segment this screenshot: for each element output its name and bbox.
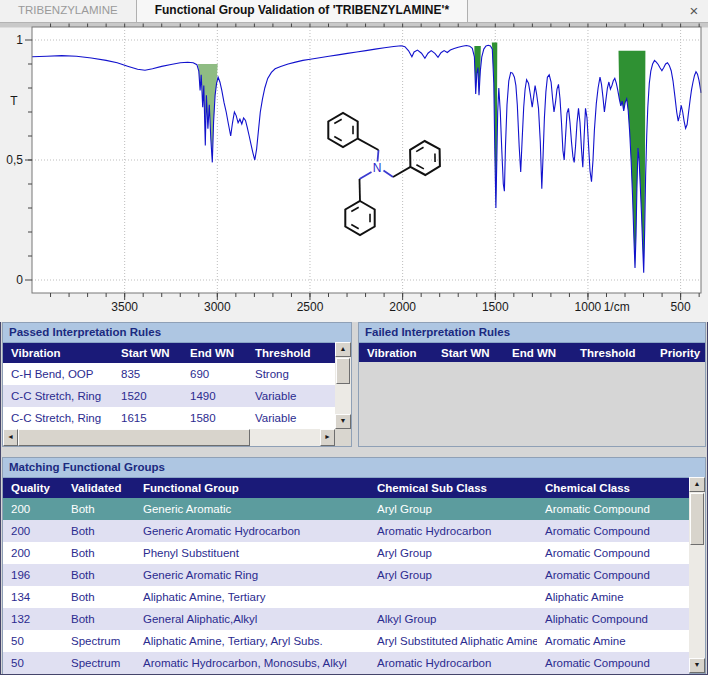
x-tick-label: 500: [671, 300, 691, 314]
table-cell: Both: [63, 564, 135, 586]
table-cell: 134: [3, 586, 63, 608]
table-row[interactable]: 132BothGeneral Aliphatic,AlkylAlkyl Grou…: [3, 608, 689, 630]
column-header[interactable]: Chemical Sub Class: [369, 478, 537, 498]
table-cell: 690: [182, 363, 247, 385]
table-cell: 1580: [182, 407, 247, 429]
passed-hscrollbar[interactable]: ◄ ►: [3, 429, 335, 446]
table-cell: Aromatic Amine: [537, 630, 689, 652]
table-cell: Aromatic Compound: [537, 520, 689, 542]
table-row[interactable]: 50SpectrumAromatic Hydrocarbon, Monosubs…: [3, 652, 689, 674]
plot-area: [32, 27, 701, 293]
x-tick-label: 2000: [389, 300, 416, 314]
table-cell: 132: [3, 608, 63, 630]
scroll-up-icon[interactable]: ▲: [689, 477, 705, 492]
scroll-thumb[interactable]: [690, 493, 704, 545]
table-cell: Aryl Substituted Aliphatic Amine: [369, 630, 537, 652]
x-tick-label: 3000: [204, 300, 231, 314]
table-cell: Phenyl Substituent: [135, 542, 369, 564]
table-cell: Variable: [247, 385, 335, 407]
table-row[interactable]: 134BothAliphatic Amine, TertiaryAliphati…: [3, 586, 689, 608]
column-header[interactable]: Threshold: [247, 343, 335, 363]
table-cell: Aliphatic Amine: [537, 586, 689, 608]
table-row[interactable]: C-C Stretch, Ring15201490Variable: [3, 385, 335, 407]
tab-functional-group-validation[interactable]: Functional Group Validation of 'TRIBENZY…: [137, 0, 468, 22]
table-row[interactable]: 50SpectrumAliphatic Amine, Tertiary, Ary…: [3, 630, 689, 652]
y-tick-label: 0,5: [6, 153, 23, 167]
table-row[interactable]: 196BothGeneric Aromatic RingAryl GroupAr…: [3, 564, 689, 586]
column-header[interactable]: Functional Group: [135, 478, 369, 498]
c-n-bond: [378, 150, 379, 162]
x-tick-label: 3500: [111, 300, 138, 314]
column-header[interactable]: Validated: [63, 478, 135, 498]
ir-spectrum-chart: 3500300025002000150010001/cm50010,50TN: [0, 23, 708, 322]
table-row[interactable]: 200BothPhenyl SubstituentAryl GroupAroma…: [3, 542, 689, 564]
scroll-up-icon[interactable]: ▲: [335, 342, 351, 357]
table-cell: 196: [3, 564, 63, 586]
column-header[interactable]: Vibration: [359, 343, 433, 363]
x-tick-label: 1000: [575, 300, 602, 314]
column-header[interactable]: Start WN: [113, 343, 182, 363]
table-cell: Aromatic Hydrocarbon, Monosubs, Alkyl: [135, 652, 369, 674]
column-header[interactable]: Threshold: [572, 343, 652, 363]
failed-rules-header: VibrationStart WNEnd WNThresholdPriority: [359, 343, 705, 363]
scroll-thumb[interactable]: [18, 429, 250, 446]
matching-vscrollbar[interactable]: ▲ ▼: [689, 477, 705, 673]
scroll-down-icon[interactable]: ▼: [689, 658, 705, 673]
table-cell: 1615: [113, 407, 182, 429]
passed-rules-panel: Passed Interpretation Rules VibrationSta…: [2, 322, 352, 447]
table-cell: Strong: [247, 363, 335, 385]
table-cell: C-C Stretch, Ring: [3, 407, 113, 429]
table-cell: Aliphatic Amine, Tertiary: [135, 586, 369, 608]
table-cell: Both: [63, 520, 135, 542]
table-cell: 200: [3, 498, 63, 520]
table-row[interactable]: C-C Stretch, Ring16151580Variable: [3, 407, 335, 429]
table-row[interactable]: 200BothGeneric Aromatic HydrocarbonAroma…: [3, 520, 689, 542]
tab-tribenzylamine[interactable]: TRIBENZYLAMINE: [0, 0, 137, 22]
passed-rules-body: C-H Bend, OOP835690StrongC-C Stretch, Ri…: [3, 363, 351, 429]
table-cell: Both: [63, 586, 135, 608]
passed-vscrollbar[interactable]: ▲ ▼: [335, 342, 351, 429]
column-header[interactable]: Quality: [3, 478, 63, 498]
scroll-right-icon[interactable]: ►: [320, 429, 335, 446]
table-cell: 835: [113, 363, 182, 385]
table-cell: C-C Stretch, Ring: [3, 385, 113, 407]
scrollbar-corner: [335, 429, 351, 446]
table-cell: Variable: [247, 407, 335, 429]
matching-groups-body: 200BothGeneric AromaticAryl GroupAromati…: [3, 498, 705, 674]
table-cell: C-H Bend, OOP: [3, 363, 113, 385]
table-cell: Spectrum: [63, 630, 135, 652]
table-cell: 200: [3, 520, 63, 542]
x-tick-label: 2500: [297, 300, 324, 314]
x-tick-label: 1500: [482, 300, 509, 314]
table-cell: [369, 586, 537, 608]
scroll-thumb[interactable]: [336, 358, 350, 384]
table-cell: Both: [63, 608, 135, 630]
table-cell: Aromatic Compound: [537, 564, 689, 586]
failed-rules-title: Failed Interpretation Rules: [359, 323, 705, 343]
column-header[interactable]: Chemical Class: [537, 478, 689, 498]
table-cell: 1520: [113, 385, 182, 407]
matching-groups-header: QualityValidatedFunctional GroupChemical…: [3, 478, 689, 498]
table-cell: Both: [63, 542, 135, 564]
table-cell: Aromatic Hydrocarbon: [369, 520, 537, 542]
close-icon[interactable]: ×: [680, 0, 708, 22]
table-cell: 200: [3, 542, 63, 564]
table-cell: Alkyl Group: [369, 608, 537, 630]
table-cell: Aromatic Compound: [537, 652, 689, 674]
scroll-down-icon[interactable]: ▼: [335, 414, 351, 429]
column-header[interactable]: Vibration: [3, 343, 113, 363]
spectrum-panel: 3500300025002000150010001/cm50010,50TN: [0, 23, 708, 322]
c-c-bond: [360, 179, 361, 201]
table-cell: Aliphatic Amine, Tertiary, Aryl Subs.: [135, 630, 369, 652]
scroll-left-icon[interactable]: ◄: [3, 429, 18, 446]
column-header[interactable]: Start WN: [433, 343, 504, 363]
column-header[interactable]: End WN: [504, 343, 572, 363]
column-header[interactable]: Priority: [652, 343, 705, 363]
table-cell: Aromatic Compound: [537, 498, 689, 520]
table-cell: Aliphatic Compound: [537, 608, 689, 630]
column-header[interactable]: End WN: [182, 343, 247, 363]
table-cell: Aromatic Hydrocarbon: [369, 652, 537, 674]
table-row[interactable]: C-H Bend, OOP835690Strong: [3, 363, 335, 385]
table-row[interactable]: 200BothGeneric AromaticAryl GroupAromati…: [3, 498, 689, 520]
table-cell: Aryl Group: [369, 564, 537, 586]
